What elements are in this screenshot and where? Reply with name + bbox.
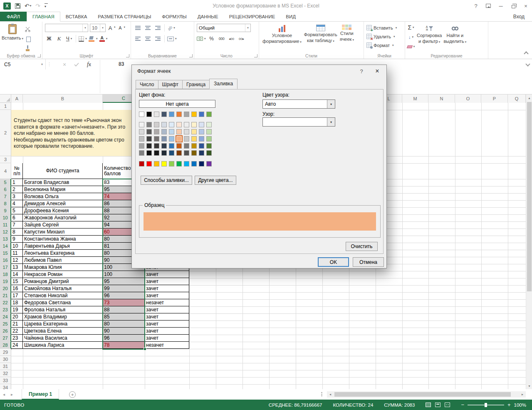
cell-A20[interactable]: 16: [11, 285, 23, 292]
formula-bar-handle[interactable]: ⋮: [47, 59, 51, 70]
cell-C28[interactable]: 78: [103, 342, 145, 349]
cell-A19[interactable]: 15: [11, 278, 23, 285]
color-swatch-538135[interactable]: [206, 143, 212, 149]
row-header-7[interactable]: 7: [0, 193, 11, 200]
cell-C24[interactable]: 85: [103, 313, 145, 321]
decrease-font-size-button[interactable]: А▾: [117, 24, 126, 32]
dialog-tab-заливка[interactable]: Заливка: [209, 79, 238, 89]
color-swatch-92d050[interactable]: [169, 161, 174, 166]
cell-D25[interactable]: зачет: [145, 321, 189, 328]
color-swatch-f4b183[interactable]: [176, 136, 182, 142]
zoom-slider[interactable]: [468, 405, 504, 405]
cell-D23[interactable]: зачет: [145, 306, 189, 313]
restore-button[interactable]: [507, 0, 520, 12]
row-header-25[interactable]: 25: [0, 321, 11, 328]
color-swatch-525252[interactable]: [184, 150, 189, 156]
cell-B17[interactable]: Макарова Юлия: [23, 264, 103, 271]
font-dialog-launcher-icon[interactable]: [126, 54, 129, 57]
insert-cells-button[interactable]: Вставить▾: [366, 23, 403, 32]
column-header-Q[interactable]: Q: [508, 94, 526, 103]
color-swatch-ff0000[interactable]: [146, 161, 152, 166]
cell-B9[interactable]: Дорофеева Ксения: [23, 207, 103, 214]
row-header-20[interactable]: 20: [0, 285, 11, 292]
zoom-out-button[interactable]: −: [461, 402, 464, 408]
color-swatch-ededed[interactable]: [184, 122, 189, 127]
vertical-scrollbar[interactable]: ▴▾: [526, 94, 532, 389]
color-swatch-7f6000[interactable]: [191, 150, 197, 156]
sheet-tab-active[interactable]: Пример 1: [22, 389, 59, 400]
borders-button[interactable]: ▾: [79, 35, 87, 43]
color-swatch-ffffff[interactable]: [139, 112, 144, 117]
underline-button[interactable]: Ч▾: [65, 35, 73, 43]
row-header-29[interactable]: 29: [0, 349, 11, 356]
align-top-button[interactable]: [134, 24, 142, 32]
cell-C27[interactable]: 96: [103, 335, 145, 342]
dialog-tab-шрифт[interactable]: Шрифт: [158, 80, 183, 89]
color-swatch-a5a5a5[interactable]: [184, 112, 189, 117]
minimize-button[interactable]: ─: [495, 0, 507, 12]
color-swatch-5b9bd5[interactable]: [169, 112, 174, 117]
color-swatch-00b0f0[interactable]: [184, 161, 189, 166]
vertical-scroll-thumb[interactable]: [527, 102, 532, 291]
cancel-button[interactable]: Отмена: [353, 257, 384, 267]
row-header-9[interactable]: 9: [0, 207, 11, 214]
cut-button[interactable]: [23, 25, 32, 33]
find-select-button[interactable]: Найти и выделить▾: [443, 22, 466, 51]
cell-B18[interactable]: Некрасов Роман: [23, 271, 103, 278]
cell-B22[interactable]: Федорова Светлана: [23, 299, 103, 306]
align-bottom-button[interactable]: [153, 24, 162, 32]
undo-button[interactable]: ↶▾: [25, 2, 31, 9]
row-header-16[interactable]: 16: [0, 257, 11, 264]
zoom-level[interactable]: 100%: [514, 403, 526, 408]
cell-B11[interactable]: Зайцев Сергей: [23, 221, 103, 229]
row-header-6[interactable]: 6: [0, 186, 11, 193]
row-header-33[interactable]: 33: [0, 377, 11, 384]
row-header-24[interactable]: 24: [0, 313, 11, 321]
cell-B23[interactable]: Фролова Наталья: [23, 306, 103, 313]
color-swatch-deebf7[interactable]: [169, 122, 174, 127]
color-swatch-2f5496[interactable]: [199, 143, 204, 149]
number-dialog-launcher-icon[interactable]: [254, 54, 257, 57]
cell-A10[interactable]: 6: [11, 214, 23, 221]
column-header-P[interactable]: P: [481, 94, 508, 103]
cell-B20[interactable]: Самойлова Наталья: [23, 285, 103, 292]
font-name-combo[interactable]: ▾: [45, 24, 88, 32]
ribbon-tab-формулы[interactable]: ФОРМУЛЫ: [156, 12, 192, 21]
color-swatch-8eaadb[interactable]: [199, 136, 204, 142]
cell-A23[interactable]: 19: [11, 306, 23, 313]
cell-A21[interactable]: 17: [11, 292, 23, 299]
cell-D28[interactable]: незачет: [145, 342, 189, 349]
format-cells-button[interactable]: Формат▾: [366, 41, 403, 50]
color-swatch-aeaaaa[interactable]: [154, 129, 159, 134]
color-swatch-1f4e79[interactable]: [169, 150, 174, 156]
cell-C18[interactable]: 100: [103, 271, 145, 278]
row-header-18[interactable]: 18: [0, 271, 11, 278]
color-swatch-d9e2f3[interactable]: [199, 122, 204, 127]
color-swatch-ffd966[interactable]: [191, 136, 197, 142]
color-swatch-9dc3e6[interactable]: [169, 136, 174, 142]
cell-C26[interactable]: 90: [103, 328, 145, 335]
cell-C19[interactable]: 95: [103, 278, 145, 285]
color-swatch-44546a[interactable]: [161, 112, 167, 117]
cell-A5[interactable]: 1: [11, 179, 23, 186]
fill-effects-button[interactable]: Способы заливки...: [141, 176, 192, 185]
row-header-22[interactable]: 22: [0, 299, 11, 306]
ribbon-tab-файл[interactable]: ФАЙЛ: [0, 12, 27, 21]
color-swatch-757171[interactable]: [154, 136, 159, 142]
ribbon-tab-главная[interactable]: ГЛАВНАЯ: [27, 12, 60, 22]
column-header-A[interactable]: A: [11, 94, 23, 103]
row-header-10[interactable]: 10: [0, 214, 11, 221]
color-swatch-c55a11[interactable]: [176, 143, 182, 149]
cell-styles-button[interactable]: Стили ячеек▾: [340, 22, 354, 52]
collapse-ribbon-icon[interactable]: [524, 51, 528, 56]
color-swatch-222b35[interactable]: [161, 150, 167, 156]
color-swatch-808080[interactable]: [146, 122, 152, 127]
comma-style-button[interactable]: 000: [218, 35, 226, 43]
column-header-B[interactable]: B: [23, 94, 103, 103]
color-swatch-70ad47[interactable]: [206, 112, 212, 117]
cell-A27[interactable]: 23: [11, 335, 23, 342]
color-swatch-e2efda[interactable]: [206, 122, 212, 127]
cell-D19[interactable]: зачет: [145, 278, 189, 285]
cell-A6[interactable]: 2: [11, 186, 23, 193]
row-header-12[interactable]: 12: [0, 229, 11, 236]
